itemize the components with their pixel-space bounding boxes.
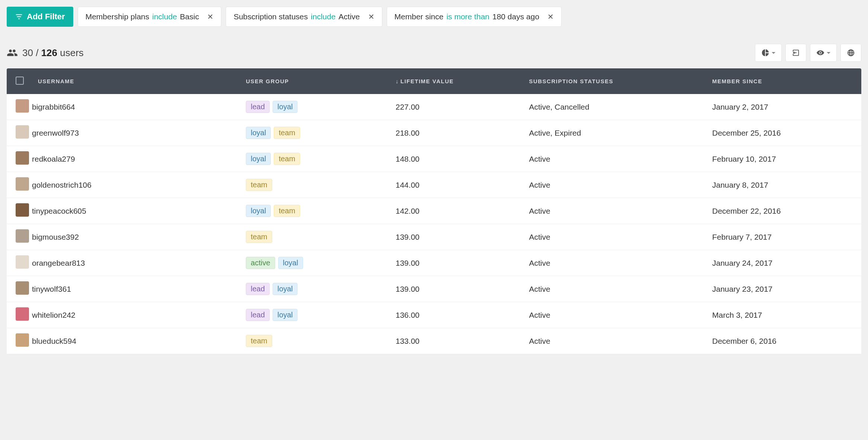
col-member-since[interactable]: MEMBER SINCE — [703, 68, 861, 94]
member-since-cell: January 8, 2017 — [703, 172, 861, 198]
user-group-cell: leadloyal — [237, 94, 387, 120]
subscription-status-cell: Active, Cancelled — [520, 94, 703, 120]
group-tag-team: team — [274, 127, 300, 139]
user-group-cell: loyalteam — [237, 120, 387, 146]
filter-chip[interactable]: Membership plans include Basic✕ — [78, 7, 222, 27]
subscription-status-cell: Active — [520, 172, 703, 198]
user-group-cell: leadloyal — [237, 276, 387, 302]
group-tag-loyal: loyal — [246, 153, 271, 165]
chevron-down-icon — [827, 52, 830, 54]
subscription-status-cell: Active — [520, 224, 703, 250]
user-group-cell: leadloyal — [237, 302, 387, 328]
subscription-status-cell: Active — [520, 302, 703, 328]
filter-operator: include — [152, 12, 177, 21]
sort-desc-icon: ↓ — [396, 78, 399, 84]
lifetime-value-cell: 142.00 — [387, 198, 520, 224]
lifetime-value-cell: 148.00 — [387, 146, 520, 172]
globe-icon — [847, 49, 855, 57]
table-row[interactable]: tinywolf361leadloyal139.00ActiveJanuary … — [7, 276, 861, 302]
count-shown: 30 — [22, 47, 33, 58]
globe-button[interactable] — [840, 44, 861, 62]
table-row[interactable]: whitelion242leadloyal136.00ActiveMarch 3… — [7, 302, 861, 328]
username: blueduck594 — [32, 337, 76, 345]
avatar — [16, 203, 29, 217]
lifetime-value-cell: 133.00 — [387, 328, 520, 354]
filter-value: Active — [338, 12, 360, 21]
col-lifetime-value[interactable]: ↓LIFETIME VALUE — [387, 68, 520, 94]
table-row[interactable]: greenwolf973loyalteam218.00Active, Expir… — [7, 120, 861, 146]
subscription-status-cell: Active — [520, 198, 703, 224]
col-subscription-statuses[interactable]: SUBSCRIPTION STATUSES — [520, 68, 703, 94]
export-button[interactable] — [785, 44, 806, 62]
subscription-status-cell: Active — [520, 146, 703, 172]
filter-value: 180 days ago — [492, 12, 539, 21]
visibility-button[interactable] — [810, 44, 837, 62]
lifetime-value-cell: 139.00 — [387, 276, 520, 302]
member-since-cell: February 7, 2017 — [703, 224, 861, 250]
add-filter-button[interactable]: Add Filter — [7, 7, 73, 27]
user-group-cell: loyalteam — [237, 146, 387, 172]
avatar — [16, 255, 29, 269]
username: tinywolf361 — [32, 285, 71, 293]
lifetime-value-cell: 227.00 — [387, 94, 520, 120]
member-since-cell: March 3, 2017 — [703, 302, 861, 328]
filter-chip[interactable]: Member since is more than 180 days ago✕ — [387, 7, 562, 27]
actions — [755, 44, 861, 62]
filter-operator: include — [311, 12, 336, 21]
group-tag-loyal: loyal — [246, 205, 271, 217]
subscription-status-cell: Active — [520, 276, 703, 302]
member-since-cell: December 22, 2016 — [703, 198, 861, 224]
group-tag-team: team — [246, 335, 272, 347]
table-row[interactable]: blueduck594team133.00ActiveDecember 6, 2… — [7, 328, 861, 354]
lifetime-value-cell: 136.00 — [387, 302, 520, 328]
users-table: USERNAME USER GROUP ↓LIFETIME VALUE SUBS… — [7, 68, 861, 354]
table-row[interactable]: goldenostrich106team144.00ActiveJanuary … — [7, 172, 861, 198]
group-tag-lead: lead — [246, 283, 270, 295]
close-icon[interactable]: ✕ — [547, 13, 554, 20]
chart-button[interactable] — [755, 44, 782, 62]
header-row: 30 / 126 users — [7, 44, 861, 62]
subscription-status-cell: Active, Expired — [520, 120, 703, 146]
username: redkoala279 — [32, 155, 75, 163]
filter-value: Basic — [180, 12, 199, 21]
filter-chip[interactable]: Subscription statuses include Active✕ — [226, 7, 382, 27]
user-group-cell: activeloyal — [237, 250, 387, 276]
table-row[interactable]: bigrabbit664leadloyal227.00Active, Cance… — [7, 94, 861, 120]
group-tag-lead: lead — [246, 309, 270, 321]
member-since-cell: January 23, 2017 — [703, 276, 861, 302]
col-username[interactable]: USERNAME — [29, 68, 237, 94]
member-since-cell: December 6, 2016 — [703, 328, 861, 354]
group-tag-team: team — [246, 231, 272, 243]
member-since-cell: February 10, 2017 — [703, 146, 861, 172]
username: goldenostrich106 — [32, 181, 91, 189]
pie-chart-icon — [761, 49, 769, 57]
filter-chips: Membership plans include Basic✕Subscript… — [78, 7, 562, 27]
avatar — [16, 229, 29, 243]
close-icon[interactable]: ✕ — [207, 13, 213, 20]
count-sep: / — [36, 47, 38, 58]
group-tag-loyal: loyal — [278, 257, 303, 269]
avatar — [16, 281, 29, 295]
avatar — [16, 151, 29, 165]
chevron-down-icon — [772, 52, 775, 54]
col-user-group[interactable]: USER GROUP — [237, 68, 387, 94]
group-tag-loyal: loyal — [273, 309, 298, 321]
filters-row: Add Filter Membership plans include Basi… — [7, 7, 861, 27]
select-all-header[interactable] — [7, 68, 29, 94]
avatar — [16, 333, 29, 347]
eye-icon — [816, 49, 824, 57]
count-total: 126 — [41, 47, 57, 58]
username: bigrabbit664 — [32, 103, 75, 111]
subscription-status-cell: Active — [520, 328, 703, 354]
avatar — [16, 307, 29, 321]
table-row[interactable]: redkoala279loyalteam148.00ActiveFebruary… — [7, 146, 861, 172]
filter-field: Subscription statuses — [234, 12, 308, 21]
username: bigmouse392 — [32, 233, 79, 241]
close-icon[interactable]: ✕ — [368, 13, 374, 20]
user-group-cell: loyalteam — [237, 198, 387, 224]
group-tag-loyal: loyal — [273, 101, 298, 113]
table-row[interactable]: orangebear813activeloyal139.00ActiveJanu… — [7, 250, 861, 276]
select-all-checkbox[interactable] — [16, 77, 24, 85]
table-row[interactable]: bigmouse392team139.00ActiveFebruary 7, 2… — [7, 224, 861, 250]
table-row[interactable]: tinypeacock605loyalteam142.00ActiveDecem… — [7, 198, 861, 224]
